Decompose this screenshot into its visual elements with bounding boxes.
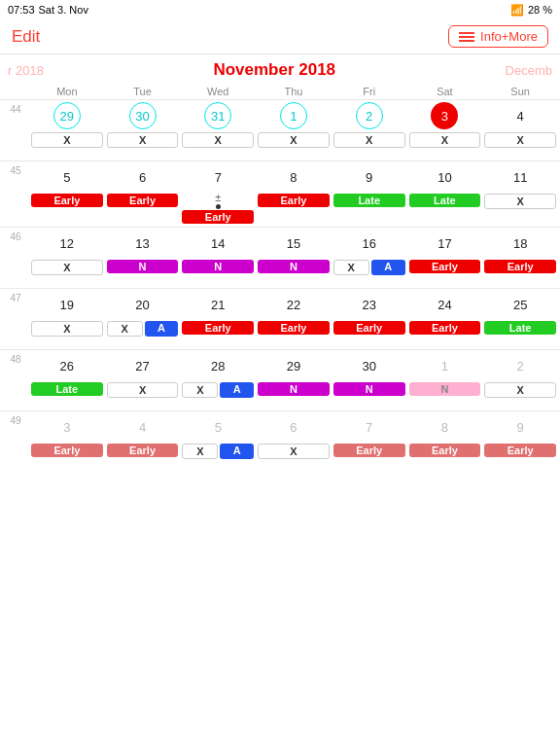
month-navigation: r 2018 November 2018 Decemb [0,54,560,84]
day-cell[interactable]: 13N [105,228,181,288]
event-badge: Early [107,444,179,457]
day-cell[interactable]: 14N [180,228,256,288]
menu-icon [459,32,474,42]
edit-button[interactable]: Edit [12,27,40,47]
day-number: 11 [507,163,534,191]
day-number: 24 [431,291,458,318]
day-number: 16 [356,230,383,257]
week-number: 45 [2,161,29,227]
day-cell[interactable]: 29N [256,350,332,410]
week-number: 44 [2,100,29,160]
day-cell[interactable]: 4Early [105,411,181,472]
day-cell[interactable]: 2X [482,350,558,410]
day-cell[interactable]: 6X [256,411,332,472]
event-badge: N [333,382,405,396]
event-badge: Late [31,382,103,396]
event-badge: Early [258,321,330,335]
week-row: 4429X30X31X1X2X3X4X [0,99,560,160]
day-cell[interactable]: 22Early [256,289,332,349]
day-cell[interactable]: 12X [29,228,105,288]
day-number: 26 [53,352,81,379]
week-number: 48 [2,350,29,410]
day-cell[interactable]: 18Early [482,228,558,288]
day-cell[interactable]: 29X [29,100,105,160]
event-badge: X [258,132,330,148]
event-badge: X [107,382,179,398]
day-number: 14 [204,230,231,257]
day-number: 10 [431,163,458,191]
day-number: 30 [356,352,383,379]
day-cell[interactable]: 10Late [407,161,483,227]
event-badge: Early [31,444,103,457]
day-cell[interactable]: 3Early [29,411,105,472]
header-fri: Fri [332,84,407,99]
event-badge: A [220,444,254,459]
day-number: 15 [280,230,307,257]
day-cell[interactable]: 8Early [407,411,483,472]
next-month-label[interactable]: Decemb [506,63,560,78]
indicator-dot [216,204,221,209]
day-cell[interactable]: 11X [482,161,558,227]
day-cell[interactable]: 21Early [180,289,256,349]
day-number: 17 [431,230,458,257]
day-cell[interactable]: 1X [256,100,332,160]
day-cell[interactable]: 24Early [407,289,483,349]
day-cell[interactable]: 30X [105,100,181,160]
day-number: 23 [356,291,383,318]
day-cell[interactable]: 4X [482,100,558,160]
day-number: 29 [53,102,81,129]
day-cell[interactable]: 17Early [407,228,483,288]
event-badge: X [107,321,143,337]
event-badge: X [31,132,103,148]
day-number: 1 [280,102,307,129]
day-cell[interactable]: 5Early [29,161,105,227]
event-badge: A [220,382,254,398]
day-number: 3 [431,102,458,129]
week-row: 4612X13N14N15N16XA17Early18Early [0,227,560,288]
day-cell[interactable]: 9Early [482,411,558,472]
day-cell[interactable]: 25Late [482,289,558,349]
day-cell[interactable]: 2X [332,100,407,160]
day-cell[interactable]: 9Late [332,161,407,227]
day-cell[interactable]: 23Early [332,289,407,349]
day-cell[interactable]: 16XA [332,228,407,288]
day-number: 19 [53,291,81,318]
prev-month-label[interactable]: r 2018 [0,63,44,78]
day-number: 22 [280,291,307,318]
day-number: 13 [129,230,157,257]
event-badge: A [371,260,405,275]
day-cell[interactable]: 31X [180,100,256,160]
day-number: 1 [431,352,458,379]
day-cell[interactable]: 30N [332,350,407,410]
day-number: 6 [129,163,157,191]
day-cell[interactable]: 8Early [256,161,332,227]
day-cell[interactable]: 20XA [105,289,181,349]
day-cell[interactable]: 7±Early [180,161,256,227]
day-cell[interactable]: 7Early [332,411,407,472]
event-badge: Early [182,210,254,224]
day-cell[interactable]: 15N [256,228,332,288]
header-wed: Wed [180,84,256,99]
day-number: 4 [507,102,534,129]
event-badge: X [258,444,330,459]
day-number: 2 [356,102,383,129]
wifi-icon: 📶 [510,4,524,17]
event-badge: X [182,132,254,148]
week-row: 493Early4Early5XA6X7Early8Early9Early [0,410,560,472]
day-number: 7 [356,413,383,441]
day-cell[interactable]: 19X [29,289,105,349]
event-badge: X [107,132,179,148]
day-number: 9 [507,413,534,441]
day-cell[interactable]: 3X [407,100,483,160]
event-badge: A [145,321,179,337]
day-cell[interactable]: 6Early [105,161,181,227]
calendar: Mon Tue Wed Thu Fri Sat Sun 4429X30X31X1… [0,84,560,472]
day-cell[interactable]: 27X [105,350,181,410]
battery-label: 28 % [528,4,552,16]
day-cell[interactable]: 1N [407,350,483,410]
event-badge: Late [333,194,405,207]
day-cell[interactable]: 26Late [29,350,105,410]
day-cell[interactable]: 28XA [180,350,256,410]
info-more-button[interactable]: Info+More [448,25,548,48]
day-cell[interactable]: 5XA [180,411,256,472]
